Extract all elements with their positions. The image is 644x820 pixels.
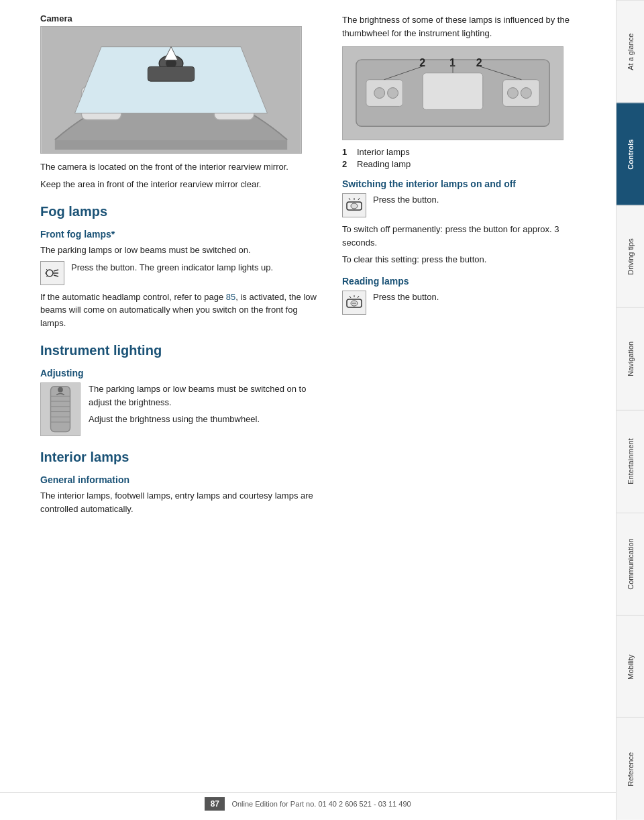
reading-lamps-icon-text: Press the button.: [373, 291, 439, 304]
front-fog-para1: The parking lamps or low beams must be s…: [40, 244, 322, 257]
switching-para1: To switch off permanently: press the but…: [342, 223, 596, 249]
sidebar-item-entertainment[interactable]: Entertainment: [616, 410, 644, 513]
instrument-lighting-section: Instrument lighting Adjusting: [40, 343, 322, 436]
svg-line-41: [358, 198, 360, 200]
label-1-text: Interior lamps: [357, 147, 410, 157]
svg-line-45: [350, 296, 351, 298]
svg-line-9: [54, 270, 58, 271]
sidebar-item-reference[interactable]: Reference: [616, 717, 644, 820]
switching-icon-row: Press the button.: [342, 193, 596, 217]
page-number: 87: [205, 797, 225, 811]
general-info-text: The interior lamps, footwell lamps, entr…: [40, 489, 322, 515]
interior-lamp-switch-icon: [342, 193, 366, 217]
fog-lamp-icon-box: [40, 261, 64, 285]
label-item-1: 1 Interior lamps: [342, 147, 596, 157]
switching-section: Switching the interior lamps on and off: [342, 178, 596, 266]
fog-lamps-section: Fog lamps Front fog lamps* The parking l…: [40, 204, 322, 329]
fog-lamps-heading: Fog lamps: [40, 204, 322, 219]
switching-heading: Switching the interior lamps on and off: [342, 178, 596, 189]
front-fog-heading: Front fog lamps*: [40, 229, 322, 240]
sidebar-item-driving-tips[interactable]: Driving tips: [616, 205, 644, 308]
svg-point-36: [507, 88, 518, 99]
sidebar-item-at-a-glance[interactable]: At a glance: [616, 0, 644, 103]
sidebar: At a glance Controls Driving tips Naviga…: [616, 0, 644, 820]
brightness-para: The brightness of some of these lamps is…: [342, 13, 596, 40]
page-85-link[interactable]: 85: [226, 292, 235, 302]
reading-lamps-icon-row: Press the button.: [342, 291, 596, 315]
sidebar-item-controls[interactable]: Controls: [616, 103, 644, 205]
svg-line-13: [46, 276, 48, 277]
reading-lamps-section: Reading lamps: [342, 276, 596, 315]
footer-text: Online Edition for Part no. 01 40 2 606 …: [231, 800, 411, 808]
page-footer: 87 Online Edition for Part no. 01 40 2 6…: [0, 792, 616, 811]
general-info-heading: General information: [40, 474, 322, 485]
camera-section: Camera: [40, 13, 322, 191]
camera-para1: The camera is located on the front of th…: [40, 160, 322, 174]
svg-line-11: [46, 269, 48, 270]
camera-image: [40, 26, 302, 154]
sidebar-item-communication[interactable]: Communication: [616, 513, 644, 615]
svg-line-39: [349, 198, 350, 200]
adjusting-text2: Adjust the brightness using the thumbwhe…: [89, 413, 322, 426]
svg-point-42: [351, 203, 358, 209]
lamp-labels: 1 Interior lamps 2 Reading lamp: [342, 147, 596, 169]
adjusting-text1: The parking lamps or low beams must be s…: [89, 382, 322, 409]
camera-heading: Camera: [40, 13, 322, 23]
camera-para2: Keep the area in front of the interior r…: [40, 178, 322, 191]
label-2-num: 2: [342, 159, 352, 169]
svg-point-22: [58, 387, 63, 393]
thumbwheel-image: [40, 382, 80, 436]
label-item-2: 2 Reading lamp: [342, 159, 596, 169]
sidebar-item-navigation[interactable]: Navigation: [616, 307, 644, 410]
instrument-lighting-heading: Instrument lighting: [40, 343, 322, 358]
svg-point-35: [388, 88, 398, 99]
adjusting-row: The parking lamps or low beams must be s…: [40, 382, 322, 436]
svg-line-46: [358, 296, 359, 298]
label-1-num: 1: [342, 147, 352, 157]
svg-point-7: [46, 270, 53, 276]
svg-point-34: [374, 88, 385, 99]
reading-lamps-heading: Reading lamps: [342, 276, 596, 287]
svg-line-10: [54, 275, 58, 276]
interior-lamps-image: 2 1 2: [342, 46, 564, 140]
label-2-text: Reading lamp: [357, 159, 411, 169]
interior-lamps-heading: Interior lamps: [40, 450, 322, 465]
interior-lamps-section: Interior lamps General information The i…: [40, 450, 322, 515]
svg-rect-6: [148, 66, 194, 81]
svg-rect-26: [423, 73, 482, 110]
front-fog-icon-text: Press the button. The green indicator la…: [71, 261, 273, 274]
adjusting-heading: Adjusting: [40, 368, 322, 378]
front-fog-icon-row: Press the button. The green indicator la…: [40, 261, 322, 285]
sidebar-item-mobility[interactable]: Mobility: [616, 615, 644, 718]
adjusting-text: The parking lamps or low beams must be s…: [89, 382, 322, 430]
svg-point-37: [521, 88, 531, 99]
front-fog-para2: If the automatic headlamp control, refer…: [40, 291, 322, 330]
reading-lamp-icon: [342, 291, 366, 315]
switching-para2: To clear this setting: press the button.: [342, 253, 596, 266]
switching-icon-text: Press the button.: [373, 193, 439, 207]
